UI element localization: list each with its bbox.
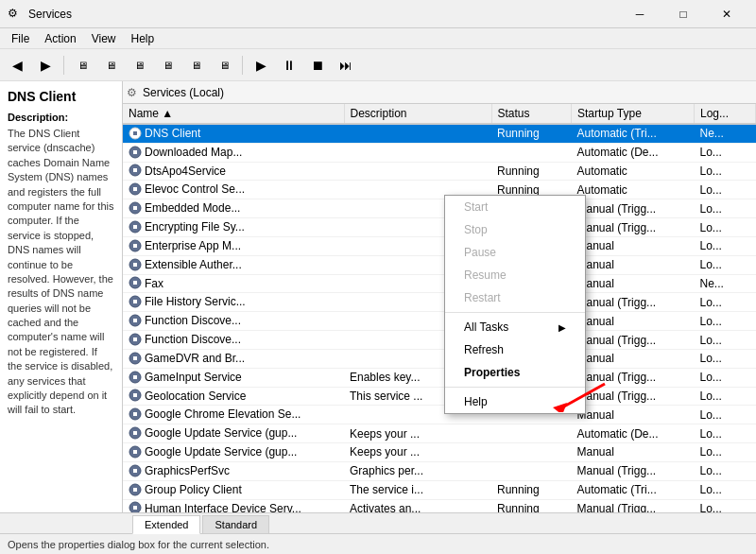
- table-row[interactable]: GraphicsPerfSvc Graphics per... Manual (…: [123, 461, 756, 480]
- cell-startup: Manual (Trigg...: [572, 218, 695, 237]
- stop-button[interactable]: ⏹: [304, 52, 331, 78]
- cell-name: Fax: [123, 274, 344, 293]
- cell-logon: Lo...: [695, 162, 756, 181]
- table-row[interactable]: Group Policy Client The service i... Run…: [123, 480, 756, 499]
- col-header-status[interactable]: Status: [491, 104, 572, 124]
- app-icon: ⚙: [8, 7, 23, 22]
- toolbar-btn-6[interactable]: 🖥: [211, 52, 237, 78]
- minimize-button[interactable]: ─: [618, 0, 662, 28]
- svg-rect-13: [133, 244, 137, 248]
- toolbar-btn-1[interactable]: 🖥: [69, 52, 95, 78]
- table-row[interactable]: Google Chrome Elevation Se... Manual Lo.…: [123, 406, 756, 424]
- cell-description: [344, 124, 491, 143]
- table-row[interactable]: Google Update Service (gup... Keeps your…: [123, 424, 756, 443]
- cell-startup: Manual: [572, 349, 695, 368]
- context-menu-item-pause: Pause: [445, 241, 585, 264]
- tab-extended[interactable]: Extended: [132, 515, 200, 534]
- play-button[interactable]: ▶: [248, 52, 274, 78]
- cell-logon: Lo...: [695, 255, 756, 274]
- cell-logon: Ne...: [695, 274, 756, 293]
- toolbar: ◀ ▶ 🖥 🖥 🖥 🖥 🖥 🖥 ▶ ⏸ ⏹ ⏭: [0, 49, 756, 81]
- toolbar-btn-3[interactable]: 🖥: [126, 52, 152, 78]
- cell-startup: Manual (Trigg...: [572, 199, 695, 218]
- col-header-startup[interactable]: Startup Type: [572, 104, 695, 124]
- cell-name: Function Discove...: [123, 312, 344, 331]
- cell-name: Google Chrome Elevation Se...: [123, 406, 344, 424]
- table-row[interactable]: Enterprise App M... Manual Lo...: [123, 236, 756, 255]
- close-button[interactable]: ✕: [705, 0, 748, 28]
- table-row[interactable]: Function Discove... Running Manual Lo...: [123, 312, 756, 331]
- table-row[interactable]: DtsApo4Service Running Automatic Lo...: [123, 162, 756, 181]
- table-row[interactable]: Function Discove... Running Manual (Trig…: [123, 331, 756, 350]
- cell-status: [491, 424, 572, 443]
- table-row[interactable]: GameInput Service Enables key... Manual …: [123, 368, 756, 387]
- svg-rect-29: [133, 393, 137, 397]
- services-table-container[interactable]: Name ▲ Description Status Startup Type L…: [123, 104, 756, 512]
- table-row[interactable]: Fax Manual Ne...: [123, 274, 756, 293]
- cell-name: Embedded Mode...: [123, 199, 344, 218]
- cell-logon: Lo...: [695, 461, 756, 480]
- table-row[interactable]: DNS Client Running Automatic (Tri... Ne.…: [123, 124, 756, 143]
- table-row[interactable]: Elevoc Control Se... Running Automatic L…: [123, 181, 756, 199]
- svg-rect-17: [133, 281, 137, 285]
- table-row[interactable]: Encrypting File Sy... Manual (Trigg... L…: [123, 218, 756, 237]
- cell-name: File History Servic...: [123, 293, 344, 312]
- cell-name: Google Update Service (gup...: [123, 443, 344, 462]
- cell-startup: Automatic: [572, 181, 695, 199]
- tabs-bar: Extended Standard: [0, 512, 756, 533]
- cell-description: Keeps your ...: [344, 424, 491, 443]
- col-header-name[interactable]: Name ▲: [123, 104, 344, 124]
- table-row[interactable]: Embedded Mode... Manual (Trigg... Lo...: [123, 199, 756, 218]
- cell-name: GameDVR and Br...: [123, 349, 344, 368]
- menubar: File Action View Help: [0, 28, 756, 49]
- restart-button[interactable]: ⏭: [333, 52, 359, 78]
- cell-name: Enterprise App M...: [123, 236, 344, 255]
- services-header-title: Services (Local): [143, 86, 224, 99]
- cell-name: Geolocation Service: [123, 387, 344, 406]
- table-row[interactable]: Extensible Auther... Manual Lo...: [123, 255, 756, 274]
- table-row[interactable]: File History Servic... Manual (Trigg... …: [123, 293, 756, 312]
- menu-view[interactable]: View: [84, 30, 124, 47]
- table-row[interactable]: GameDVR and Br... Manual Lo...: [123, 349, 756, 368]
- cell-startup: Manual (Trigg...: [572, 461, 695, 480]
- cell-status: [491, 461, 572, 480]
- forward-button[interactable]: ▶: [32, 52, 59, 78]
- col-header-description[interactable]: Description: [344, 104, 491, 124]
- svg-rect-1: [133, 131, 137, 135]
- maximize-button[interactable]: □: [662, 0, 705, 28]
- svg-rect-33: [133, 431, 137, 435]
- table-row[interactable]: Geolocation Service This service ... Run…: [123, 387, 756, 406]
- cell-name: Group Policy Client: [123, 480, 344, 499]
- cell-name: GameInput Service: [123, 368, 344, 387]
- context-menu-item-all-tasks[interactable]: All Tasks: [445, 316, 585, 338]
- col-header-logon[interactable]: Log...: [695, 104, 756, 124]
- toolbar-btn-2[interactable]: 🖥: [97, 52, 124, 78]
- cell-logon: Ne...: [695, 124, 756, 143]
- table-row[interactable]: Google Update Service (gup... Keeps your…: [123, 443, 756, 462]
- tab-standard[interactable]: Standard: [202, 515, 269, 533]
- toolbar-btn-4[interactable]: 🖥: [154, 52, 180, 78]
- cell-description: [344, 143, 491, 162]
- menu-action[interactable]: Action: [37, 30, 83, 47]
- cell-startup: Automatic (Tri...: [572, 480, 695, 499]
- cell-status: [491, 143, 572, 162]
- back-button[interactable]: ◀: [4, 52, 30, 78]
- cell-logon: Lo...: [695, 406, 756, 424]
- context-menu-item-stop: Stop: [445, 218, 585, 241]
- arrow-indicator: [553, 379, 610, 415]
- svg-rect-19: [133, 300, 137, 303]
- pause-button[interactable]: ⏸: [276, 52, 302, 78]
- context-menu-item-refresh[interactable]: Refresh: [445, 338, 585, 361]
- toolbar-btn-5[interactable]: 🖥: [182, 52, 209, 78]
- cell-status: Running: [491, 499, 572, 512]
- window-controls: ─ □ ✕: [618, 0, 748, 28]
- cell-status: Running: [491, 124, 572, 143]
- menu-help[interactable]: Help: [124, 30, 163, 47]
- svg-rect-11: [133, 225, 137, 229]
- table-row[interactable]: Human Interface Device Serv... Activates…: [123, 499, 756, 512]
- menu-file[interactable]: File: [4, 30, 37, 47]
- cell-name: GraphicsPerfSvc: [123, 461, 344, 480]
- table-row[interactable]: Downloaded Map... Automatic (De... Lo...: [123, 143, 756, 162]
- cell-startup: Manual: [572, 255, 695, 274]
- svg-rect-31: [133, 412, 137, 416]
